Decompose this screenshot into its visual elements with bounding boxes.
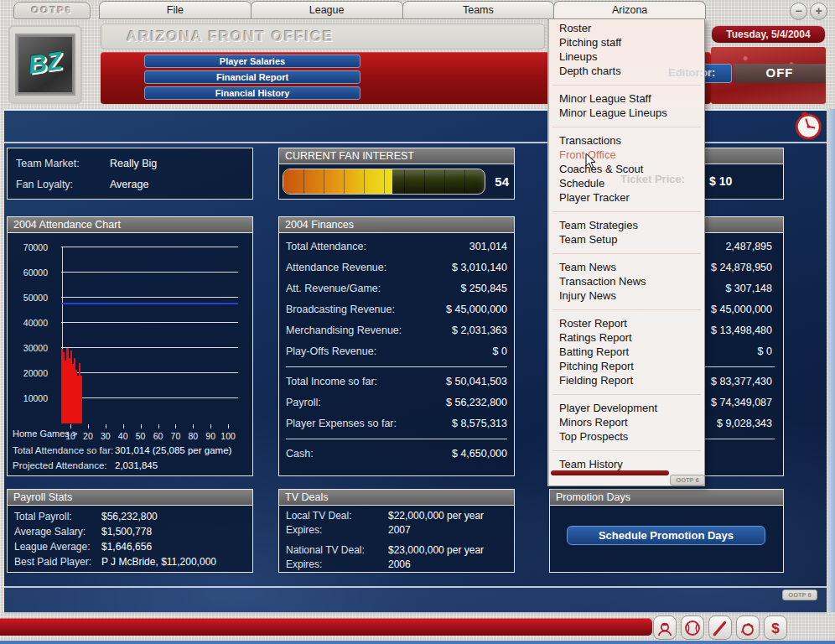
- stat-row: National TV Deal:$23,000,000 per year: [279, 543, 514, 558]
- gridline: [61, 297, 238, 298]
- menu-item[interactable]: [549, 303, 704, 316]
- fan-meter-fill: [283, 169, 392, 194]
- nav-button[interactable]: Financial History: [144, 86, 360, 100]
- ootp-version-badge: OOTP 6: [782, 589, 817, 600]
- finance-row: Total Attendance:301,014: [279, 236, 514, 257]
- menu-item[interactable]: Transactions: [549, 133, 704, 148]
- meter-segment: [364, 169, 365, 194]
- stat-row: Total Payroll:$56,232,800: [8, 509, 252, 524]
- finance-row: [279, 362, 514, 371]
- meter-segment: [444, 169, 445, 194]
- menu-item[interactable]: Fielding Report: [549, 373, 704, 387]
- window-bottom-edge: [0, 641, 835, 644]
- y-tick-label: 30000: [8, 343, 48, 353]
- menu-item[interactable]: Minor League Lineups: [549, 106, 704, 120]
- menu-item[interactable]: [549, 387, 704, 401]
- panel-header: Payroll Stats: [8, 490, 252, 506]
- attendance-footer: Total Attendance so far:301,014 (25,085 …: [8, 443, 252, 473]
- ticket-price-value: $ 10: [709, 164, 732, 198]
- menu-item[interactable]: Front Office: [549, 148, 704, 162]
- x-tick: [158, 424, 159, 428]
- menu-bottom-bar: [551, 470, 669, 475]
- x-tick-label: 100: [218, 431, 238, 441]
- menu-item[interactable]: Injury News: [549, 288, 704, 303]
- stat-row: Total Attendance so far:301,014 (25,085 …: [8, 443, 252, 458]
- roster-toolbar-button[interactable]: [681, 615, 704, 640]
- attendance-chart-panel: 2004 Attendance Chart 100002000030000400…: [7, 216, 253, 476]
- footer-band: [4, 586, 827, 614]
- menu-item[interactable]: [549, 205, 704, 218]
- finance-row: Player Expenses so far:$ 8,575,313: [279, 413, 514, 434]
- bat-icon: [710, 618, 730, 638]
- x-tick: [88, 424, 89, 428]
- nav-button[interactable]: Financial Report: [144, 70, 360, 84]
- stat-row: Local TV Deal:$22,000,000 per year: [279, 509, 514, 523]
- glove-icon: [738, 618, 758, 638]
- menu-item[interactable]: Batting Report: [549, 345, 704, 359]
- schedule-promotion-days-button[interactable]: Schedule Promotion Days: [567, 526, 765, 545]
- finance-row: Broadcasting Revenue:$ 45,000,000: [279, 299, 514, 320]
- menu-tab[interactable]: League: [251, 1, 403, 19]
- stat-row: Team Market:Really Big: [8, 153, 252, 174]
- menu-item[interactable]: [549, 120, 704, 133]
- finance-row: Attendance Revenue:$ 3,010,140: [279, 257, 514, 278]
- team-market-panel: Team Market:Really Big Fan Loyalty:Avera…: [7, 148, 253, 200]
- nav-button[interactable]: Player Salaries: [144, 55, 360, 68]
- gridline: [61, 272, 238, 273]
- dollar-icon: $: [765, 618, 786, 638]
- x-tick: [193, 424, 194, 428]
- ootp-logo-badge: OOTP6: [13, 2, 91, 19]
- svg-text:$: $: [771, 621, 780, 636]
- menu-item[interactable]: Roster Report: [549, 316, 704, 330]
- y-tick-label: 70000: [8, 242, 48, 252]
- bottom-red-bar: [0, 618, 652, 636]
- manager-toolbar-button[interactable]: [653, 615, 677, 640]
- panel-header: Promotion Days: [550, 490, 783, 506]
- menu-item[interactable]: Team News: [549, 260, 704, 274]
- x-tick: [175, 424, 176, 428]
- meter-segment: [324, 169, 324, 194]
- menu-item[interactable]: Top Prospects: [549, 429, 704, 444]
- menu-item[interactable]: Minor League Staff: [549, 91, 704, 106]
- menu-item[interactable]: Lineups: [549, 49, 704, 64]
- y-tick-label: 60000: [8, 267, 48, 278]
- ootp-window: OOTP6 FileLeagueTeamsArizona − + BZ ARIZ…: [0, 0, 835, 644]
- team-logo: BZ: [15, 34, 75, 96]
- tv-deals-panel: TV Deals Local TV Deal:$22,000,000 per y…: [278, 489, 515, 573]
- finance-row: Total Income so far:$ 50,041,503: [279, 371, 514, 392]
- menu-item[interactable]: Team History: [549, 457, 704, 471]
- menu-item[interactable]: Ratings Report: [549, 330, 704, 345]
- menu-item[interactable]: Pitching staff: [549, 35, 704, 49]
- finance-toolbar-button[interactable]: $: [764, 615, 787, 640]
- fan-meter: [283, 169, 485, 195]
- menu-item[interactable]: Minors Report: [549, 415, 704, 429]
- menu-item[interactable]: Team Setup: [549, 232, 704, 247]
- finance-row: Payroll:$ 56,232,800: [279, 392, 514, 413]
- menu-item[interactable]: Transaction News: [549, 274, 704, 288]
- menu-tab[interactable]: File: [99, 1, 252, 19]
- maximize-button[interactable]: +: [810, 3, 827, 20]
- finances-panel: 2004 Finances Total Attendance:301,014 A…: [278, 216, 515, 476]
- menu-item[interactable]: Team Strategies: [549, 218, 704, 232]
- gridline: [61, 347, 238, 348]
- menu-item[interactable]: [549, 247, 704, 260]
- minimize-button[interactable]: −: [790, 3, 807, 20]
- arizona-dropdown-menu: RosterPitching staffLineupsDepth chartsM…: [547, 18, 705, 486]
- menu-tab[interactable]: Arizona: [553, 1, 706, 19]
- x-tick: [141, 424, 142, 428]
- menu-item[interactable]: [549, 78, 704, 91]
- menu-item[interactable]: Player Tracker: [549, 190, 704, 205]
- menu-item[interactable]: [549, 444, 704, 457]
- fielding-toolbar-button[interactable]: [736, 615, 760, 640]
- menu-item[interactable]: Roster: [549, 21, 704, 35]
- menu-tab[interactable]: Teams: [402, 1, 555, 19]
- x-tick: [210, 424, 211, 428]
- gridline: [61, 397, 238, 398]
- menu-item[interactable]: Pitching Report: [549, 359, 704, 373]
- batting-toolbar-button[interactable]: [708, 615, 732, 640]
- clock-icon: [793, 111, 823, 141]
- finances-rows: Total Attendance:301,014 Attendance Reve…: [279, 233, 514, 465]
- stat-row: Expires:2006: [279, 558, 514, 572]
- y-tick-label: 40000: [8, 318, 48, 328]
- menu-item[interactable]: Player Development: [549, 401, 704, 415]
